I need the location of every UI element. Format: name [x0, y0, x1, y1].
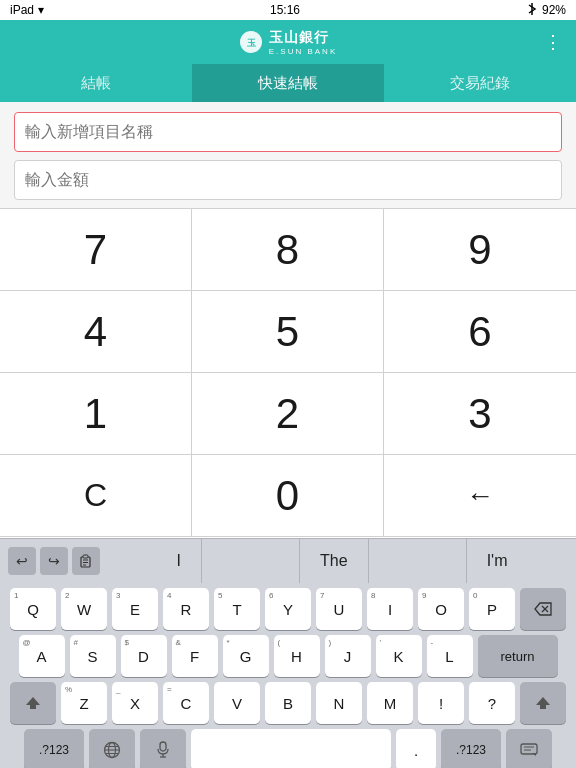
brand: 玉 玉山銀行 E.SUN BANK — [239, 29, 337, 56]
status-left: iPad ▾ — [10, 3, 44, 17]
key-v[interactable]: V — [214, 682, 260, 724]
return-key[interactable]: return — [478, 635, 558, 677]
numpad-key-6[interactable]: 6 — [384, 291, 576, 373]
autocomplete-suggestions: I The I'm — [108, 539, 576, 583]
status-right: 92% — [526, 2, 566, 19]
num-switch-key-left[interactable]: .?123 — [24, 729, 84, 768]
key-o[interactable]: 9O — [418, 588, 464, 630]
svg-rect-19 — [160, 742, 166, 751]
key-f[interactable]: &F — [172, 635, 218, 677]
tab-bar: 結帳 快速結帳 交易紀錄 — [0, 64, 576, 102]
tab-checkout[interactable]: 結帳 — [0, 64, 192, 102]
item-name-input[interactable] — [14, 112, 562, 152]
wifi-icon: ▾ — [38, 3, 44, 17]
keyboard-bottom-row: .?123 . .?123 — [3, 729, 573, 768]
num-switch-key-right[interactable]: .?123 — [441, 729, 501, 768]
keyboard-row-2: @A #S $D &F *G (H )J 'K -L return — [3, 635, 573, 677]
key-question[interactable]: ? — [469, 682, 515, 724]
battery-label: 92% — [542, 3, 566, 17]
svg-text:玉: 玉 — [246, 38, 256, 48]
status-bar: iPad ▾ 15:16 92% — [0, 0, 576, 20]
globe-key[interactable] — [89, 729, 135, 768]
key-r[interactable]: 4R — [163, 588, 209, 630]
amount-input[interactable] — [14, 160, 562, 200]
key-n[interactable]: N — [316, 682, 362, 724]
key-k[interactable]: 'K — [376, 635, 422, 677]
key-m[interactable]: M — [367, 682, 413, 724]
key-i[interactable]: 8I — [367, 588, 413, 630]
suggestion-i[interactable]: I — [157, 539, 202, 583]
key-h[interactable]: (H — [274, 635, 320, 677]
suggestion-im[interactable]: I'm — [466, 539, 528, 583]
key-p[interactable]: 0P — [469, 588, 515, 630]
svg-rect-5 — [83, 555, 88, 558]
numpad-key-7[interactable]: 7 — [0, 209, 192, 291]
key-u[interactable]: 7U — [316, 588, 362, 630]
numpad: 7 8 9 4 5 6 1 2 3 C 0 ← — [0, 208, 576, 537]
key-z[interactable]: %Z — [61, 682, 107, 724]
keyboard-dismiss-key[interactable] — [506, 729, 552, 768]
app-header: 玉 玉山銀行 E.SUN BANK ⋮ — [0, 20, 576, 64]
svg-marker-13 — [536, 697, 550, 709]
numpad-key-2[interactable]: 2 — [192, 373, 384, 455]
input-area — [0, 102, 576, 208]
key-c[interactable]: =C — [163, 682, 209, 724]
redo-button[interactable]: ↪ — [40, 547, 68, 575]
key-q[interactable]: 1Q — [10, 588, 56, 630]
key-l[interactable]: -L — [427, 635, 473, 677]
key-y[interactable]: 6Y — [265, 588, 311, 630]
key-d[interactable]: $D — [121, 635, 167, 677]
bank-logo-icon: 玉 — [239, 30, 263, 54]
delete-key[interactable] — [520, 588, 566, 630]
key-g[interactable]: *G — [223, 635, 269, 677]
shift-key-left[interactable] — [10, 682, 56, 724]
key-e[interactable]: 3E — [112, 588, 158, 630]
numpad-area: 7 8 9 4 5 6 1 2 3 C 0 ← — [0, 208, 576, 538]
numpad-key-0[interactable]: 0 — [192, 455, 384, 537]
autocomplete-bar: ↩ ↪ I The I'm — [0, 538, 576, 582]
svg-rect-22 — [521, 744, 537, 754]
key-j[interactable]: )J — [325, 635, 371, 677]
tab-transaction-record[interactable]: 交易紀錄 — [384, 64, 576, 102]
numpad-key-4[interactable]: 4 — [0, 291, 192, 373]
ipad-label: iPad — [10, 3, 34, 17]
numpad-key-1[interactable]: 1 — [0, 373, 192, 455]
clipboard-button[interactable] — [72, 547, 100, 575]
shift-key-right[interactable] — [520, 682, 566, 724]
microphone-key[interactable] — [140, 729, 186, 768]
keyboard-row-3: %Z _X =C V B N M ! ? — [3, 682, 573, 724]
undo-button[interactable]: ↩ — [8, 547, 36, 575]
keyboard: 1Q 2W 3E 4R 5T 6Y 7U 8I 9O 0P @A #S $D &… — [0, 582, 576, 768]
svg-marker-12 — [26, 697, 40, 709]
key-t[interactable]: 5T — [214, 588, 260, 630]
numpad-key-5[interactable]: 5 — [192, 291, 384, 373]
key-w[interactable]: 2W — [61, 588, 107, 630]
key-period[interactable]: . — [396, 729, 436, 768]
numpad-key-clear[interactable]: C — [0, 455, 192, 537]
key-x[interactable]: _X — [112, 682, 158, 724]
autocomplete-actions: ↩ ↪ — [0, 547, 108, 575]
space-key[interactable] — [191, 729, 391, 768]
header-menu-button[interactable]: ⋮ — [544, 31, 564, 53]
svg-marker-9 — [535, 603, 551, 615]
bank-name-chinese: 玉山銀行 — [269, 29, 337, 47]
suggestion-the[interactable]: The — [299, 539, 369, 583]
bank-name-english: E.SUN BANK — [269, 47, 337, 56]
numpad-key-8[interactable]: 8 — [192, 209, 384, 291]
key-a[interactable]: @A — [19, 635, 65, 677]
status-time: 15:16 — [270, 3, 300, 17]
key-s[interactable]: #S — [70, 635, 116, 677]
numpad-key-backspace[interactable]: ← — [384, 455, 576, 537]
bluetooth-icon — [526, 2, 538, 19]
key-b[interactable]: B — [265, 682, 311, 724]
key-exclamation[interactable]: ! — [418, 682, 464, 724]
numpad-key-3[interactable]: 3 — [384, 373, 576, 455]
keyboard-row-1: 1Q 2W 3E 4R 5T 6Y 7U 8I 9O 0P — [3, 588, 573, 630]
numpad-key-9[interactable]: 9 — [384, 209, 576, 291]
tab-quick-checkout[interactable]: 快速結帳 — [192, 64, 384, 102]
